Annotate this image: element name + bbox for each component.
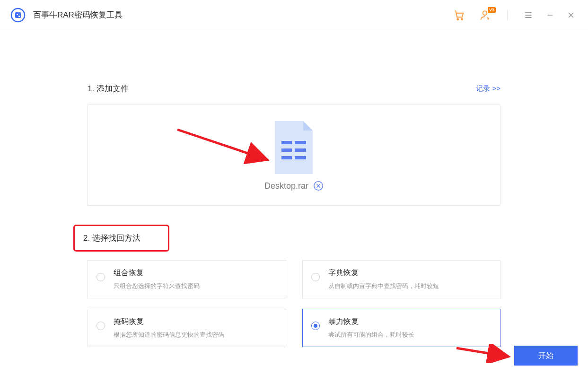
svg-line-23: [456, 348, 509, 357]
svg-rect-18: [295, 156, 306, 159]
method-card-dictionary[interactable]: 字典恢复 从自制或内置字典中查找密码，耗时较短: [302, 260, 501, 298]
method-grid: 组合恢复 只组合您选择的字符来查找密码 字典恢复 从自制或内置字典中查找密码，耗…: [88, 260, 500, 347]
svg-rect-14: [295, 141, 306, 144]
svg-rect-3: [18, 16, 20, 17]
records-link[interactable]: 记录 >>: [476, 84, 500, 93]
file-name: Desktop.rar: [264, 181, 308, 191]
method-card-mask[interactable]: 掩码恢复 根据您所知道的密码信息更快的查找密码: [88, 309, 286, 347]
file-name-row: Desktop.rar: [264, 181, 324, 191]
close-icon[interactable]: [567, 11, 575, 19]
file-icon: [271, 119, 316, 176]
svg-rect-15: [281, 148, 292, 152]
file-dropzone[interactable]: Desktop.rar: [88, 105, 500, 206]
svg-rect-17: [281, 156, 292, 159]
header-divider: [507, 10, 508, 20]
section1-title: 1. 添加文件: [88, 83, 129, 94]
svg-rect-16: [295, 148, 306, 152]
start-button[interactable]: 开始: [514, 346, 578, 366]
radio-icon: [311, 322, 320, 330]
user-icon[interactable]: V3: [479, 9, 491, 21]
svg-point-5: [461, 18, 463, 20]
header-icon-group: V3: [453, 9, 575, 21]
radio-icon: [97, 322, 105, 330]
svg-rect-13: [281, 141, 292, 144]
method-title: 掩码恢复: [114, 317, 224, 327]
radio-icon: [311, 273, 320, 281]
method-desc: 只组合您选择的字符来查找密码: [114, 282, 200, 290]
method-desc: 尝试所有可能的组合，耗时较长: [328, 331, 414, 339]
main-content: 1. 添加文件 记录 >> Desktop.rar: [0, 83, 588, 347]
section2-highlight-box: 2. 选择找回方法: [73, 225, 169, 252]
minimize-icon[interactable]: [546, 11, 554, 19]
file-icon-wrap: Desktop.rar: [264, 119, 324, 191]
app-title: 百事牛RAR密码恢复工具: [33, 9, 123, 20]
method-card-bruteforce[interactable]: 暴力恢复 尝试所有可能的组合，耗时较长: [302, 309, 501, 347]
app-header: 百事牛RAR密码恢复工具 V3: [0, 0, 588, 30]
svg-rect-2: [17, 14, 18, 15]
section2-title: 2. 选择找回方法: [83, 233, 140, 244]
svg-point-6: [483, 11, 487, 15]
method-desc: 根据您所知道的密码信息更快的查找密码: [114, 331, 224, 339]
method-title: 暴力恢复: [328, 317, 414, 327]
radio-icon: [97, 273, 105, 281]
remove-file-icon[interactable]: [313, 181, 324, 191]
annotation-arrow-icon: [454, 344, 516, 363]
cart-icon[interactable]: [453, 9, 465, 21]
app-logo-icon: [10, 8, 26, 23]
section1-header: 1. 添加文件 记录 >>: [88, 83, 500, 94]
method-title: 字典恢复: [328, 268, 439, 278]
method-card-combination[interactable]: 组合恢复 只组合您选择的字符来查找密码: [88, 260, 286, 298]
user-badge: V3: [488, 7, 496, 13]
method-desc: 从自制或内置字典中查找密码，耗时较短: [328, 282, 439, 290]
menu-icon[interactable]: [524, 10, 533, 20]
svg-point-4: [457, 18, 458, 20]
method-title: 组合恢复: [114, 268, 200, 278]
